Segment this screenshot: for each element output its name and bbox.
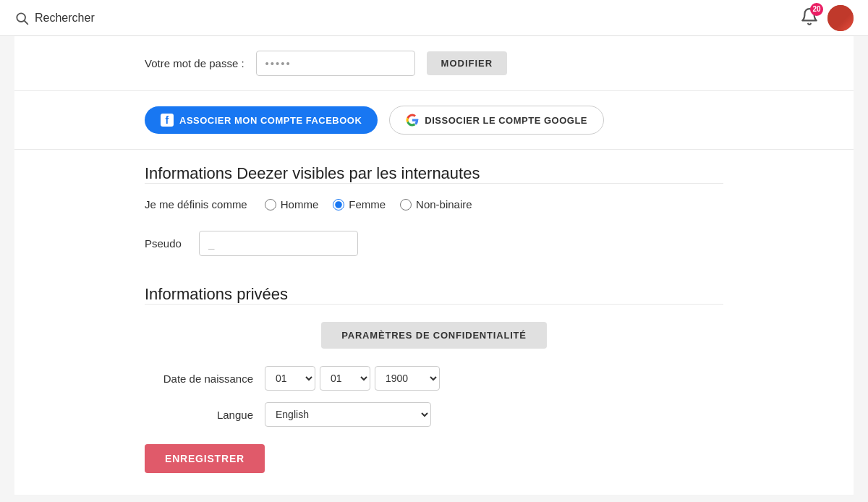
gender-option-femme[interactable]: Femme <box>333 198 386 210</box>
gender-radio-group: Homme Femme Non-binaire <box>265 198 472 210</box>
private-info-title: Informations privées <box>14 271 854 304</box>
birthdate-label: Date de naissance <box>145 373 253 385</box>
modifier-button[interactable]: MODIFIER <box>427 51 508 75</box>
month-select[interactable]: 01 02 03 04 05 06 07 08 09 10 11 12 <box>320 366 370 391</box>
search-bar[interactable]: Rechercher <box>14 11 95 25</box>
header: Rechercher 20 <box>0 0 868 36</box>
main-content: Votre mot de passe : MODIFIER f ASSOCIER… <box>14 36 854 495</box>
avatar[interactable] <box>827 5 854 31</box>
google-btn-label: DISSOCIER LE COMPTE GOOGLE <box>425 115 587 126</box>
save-row: ENREGISTRER <box>14 433 854 495</box>
langue-select[interactable]: English Français Español Deutsch Portugu… <box>265 402 431 427</box>
header-right: 20 <box>800 5 854 31</box>
facebook-icon: f <box>161 114 174 127</box>
pseudo-label: Pseudo <box>145 237 182 250</box>
day-select[interactable]: 01 02 03 04 05 06 07 08 09 10 11 12 13 1… <box>265 366 315 391</box>
google-dissociate-button[interactable]: DISSOCIER LE COMPTE GOOGLE <box>389 106 604 135</box>
search-icon <box>14 11 29 25</box>
radio-homme[interactable] <box>265 199 276 210</box>
footer: Supprimer mon compte <box>0 495 868 502</box>
search-label: Rechercher <box>35 12 95 25</box>
year-select[interactable]: 1900 1901 1950 1980 1990 2000 <box>375 366 440 391</box>
gender-option-nonbinaire[interactable]: Non-binaire <box>400 198 472 210</box>
notification-badge: 20 <box>810 3 823 16</box>
radio-nonbinaire-label: Non-binaire <box>416 198 472 210</box>
langue-label: Langue <box>145 409 253 421</box>
pseudo-section: Pseudo <box>14 225 854 271</box>
radio-homme-label: Homme <box>281 198 319 210</box>
birthdate-row: Date de naissance 01 02 03 04 05 06 07 0… <box>14 360 854 396</box>
langue-row: Langue English Français Español Deutsch … <box>14 396 854 433</box>
gender-section: Je me définis comme Homme Femme Non-bina… <box>14 184 854 225</box>
gender-option-homme[interactable]: Homme <box>265 198 319 210</box>
avatar-image <box>827 5 854 31</box>
pseudo-input[interactable] <box>199 231 358 256</box>
password-label: Votre mot de passe : <box>145 57 244 69</box>
password-section: Votre mot de passe : MODIFIER <box>14 36 854 91</box>
privacy-btn-row: PARAMÈTRES DE CONFIDENTIALITÉ <box>14 305 854 360</box>
save-button[interactable]: ENREGISTRER <box>145 444 265 473</box>
radio-femme-label: Femme <box>349 198 386 210</box>
notification-bell[interactable]: 20 <box>800 7 819 29</box>
password-input[interactable] <box>256 51 415 76</box>
public-info-title: Informations Deezer visibles par les int… <box>14 150 854 183</box>
google-icon <box>406 114 419 127</box>
svg-line-1 <box>25 20 28 24</box>
facebook-associate-button[interactable]: f ASSOCIER MON COMPTE FACEBOOK <box>145 106 378 134</box>
social-buttons-section: f ASSOCIER MON COMPTE FACEBOOK DISSOCIER… <box>14 91 854 150</box>
facebook-btn-label: ASSOCIER MON COMPTE FACEBOOK <box>179 115 362 126</box>
privacy-settings-button[interactable]: PARAMÈTRES DE CONFIDENTIALITÉ <box>321 322 547 349</box>
radio-nonbinaire[interactable] <box>400 199 412 210</box>
radio-femme[interactable] <box>333 199 344 210</box>
gender-label: Je me définis comme <box>145 198 247 210</box>
date-selects: 01 02 03 04 05 06 07 08 09 10 11 12 13 1… <box>265 366 440 391</box>
